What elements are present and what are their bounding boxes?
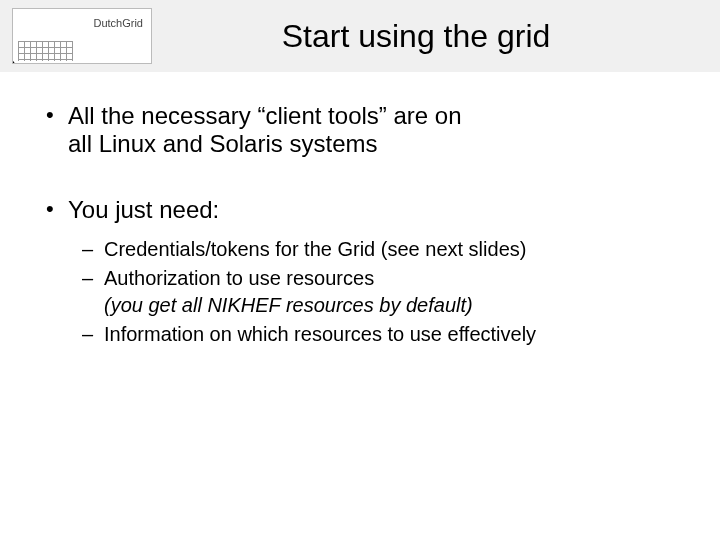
bullet-item: You just need: Credentials/tokens for th…: [40, 196, 680, 348]
logo-curve: [12, 8, 103, 64]
sub-bullet-list: Credentials/tokens for the Grid (see nex…: [68, 236, 680, 348]
bullet-line1: You just need:: [68, 196, 219, 223]
slide-content: All the necessary “client tools” are on …: [0, 72, 720, 348]
bullet-line1: All the necessary “client tools” are on: [68, 102, 462, 129]
sub-bullet-detail: (you get all NIKHEF resources by default…: [104, 292, 680, 319]
sub-bullet-text: Information on which resources to use ef…: [104, 323, 536, 345]
sub-bullet-item: Credentials/tokens for the Grid (see nex…: [68, 236, 680, 263]
slide-header: DutchGrid Start using the grid: [0, 0, 720, 72]
bullet-item: All the necessary “client tools” are on …: [40, 102, 680, 158]
slide-title: Start using the grid: [152, 18, 720, 55]
sub-bullet-text: Authorization to use resources: [104, 267, 374, 289]
sub-bullet-item: Information on which resources to use ef…: [68, 321, 680, 348]
sub-bullet-text: Credentials/tokens for the Grid (see nex…: [104, 238, 526, 260]
logo-text: DutchGrid: [93, 17, 143, 29]
main-bullet-list: All the necessary “client tools” are on …: [40, 102, 680, 348]
logo: DutchGrid: [12, 8, 152, 64]
bullet-line2: all Linux and Solaris systems: [68, 130, 680, 158]
sub-bullet-item: Authorization to use resources (you get …: [68, 265, 680, 319]
